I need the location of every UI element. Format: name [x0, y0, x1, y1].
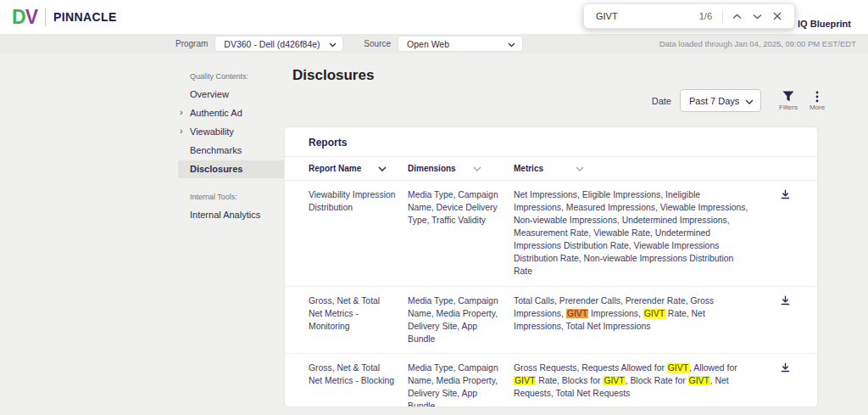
source-label: Source [364, 39, 391, 48]
page-body: Quality Contents: Overview›Authentic Ad›… [0, 53, 868, 415]
brand-name: PINNACLE [53, 10, 117, 24]
data-loaded-status: Data loaded through Jan 04, 2025, 09:00 … [659, 39, 856, 48]
chevron-down-icon [753, 14, 762, 20]
source-select[interactable]: Open Web [398, 36, 523, 52]
source-value: Open Web [407, 39, 449, 49]
chevron-right-icon[interactable]: › [180, 126, 183, 137]
chevron-right-icon[interactable]: › [180, 107, 183, 118]
find-match: GIVT [667, 363, 689, 373]
find-match: GIVT [603, 376, 625, 385]
sidebar-internal-list: Internal Analytics [178, 206, 288, 224]
sidebar-item-label: Internal Analytics [190, 210, 260, 220]
sidebar-item-label: Benchmarks [190, 145, 242, 155]
table-row[interactable]: Gross, Net & Total Net Metrics - Monitor… [285, 287, 817, 354]
find-query-input[interactable]: GIVT [596, 11, 699, 21]
column-header-dimensions[interactable]: Dimensions [408, 164, 514, 173]
nav-item-iq-blueprint[interactable]: IQ Blueprint [798, 19, 851, 29]
download-report-button[interactable] [773, 294, 797, 307]
program-label: Program [175, 39, 208, 48]
sidebar-item-label: Viewability [190, 126, 234, 137]
find-divider [722, 9, 723, 23]
metrics-cell: Total Calls, Prerender Calls, Prerender … [514, 294, 773, 333]
sidebar-item-viewability[interactable]: ›Viewability [178, 123, 288, 141]
sort-chevron-icon [576, 166, 584, 171]
program-select[interactable]: DV360 - Dell (d426f84e) [214, 36, 343, 52]
find-previous-button[interactable] [726, 6, 747, 26]
report-name-cell: Gross, Net & Total Net Metrics - Monitor… [309, 294, 408, 333]
reports-table-body: Viewability Impression Distribution Medi… [285, 181, 817, 407]
date-label: Date [652, 96, 671, 106]
column-header-report-name[interactable]: Report Name [309, 164, 408, 173]
find-match: GIVT [643, 309, 665, 318]
logo-divider [45, 8, 46, 26]
sidebar-item-disclosures[interactable]: Disclosures [178, 160, 288, 178]
sidebar-section-quality-contents: Quality Contents: [178, 67, 288, 86]
sort-chevron-icon [473, 166, 481, 171]
sidebar-section-internal-tools: Internal Tools: [178, 188, 288, 206]
more-button[interactable]: More [805, 90, 829, 111]
dimensions-cell: Media Type, Campaign Name, Media Propert… [408, 294, 514, 345]
dimensions-cell: Media Type, Campaign Name, Media Propert… [408, 362, 514, 407]
chevron-down-icon [329, 39, 337, 49]
find-close-button[interactable] [767, 6, 787, 26]
reports-card: Reports Report Name Dimensions Metrics V… [284, 126, 818, 407]
find-in-page-bar[interactable]: GIVT 1/6 [583, 3, 795, 29]
download-icon [780, 296, 791, 309]
dimensions-cell: Media Type, Campaign Name, Device Delive… [408, 188, 514, 227]
filter-funnel-icon [782, 90, 794, 103]
filters-button[interactable]: Filters [776, 90, 800, 111]
chevron-down-icon [745, 96, 754, 106]
program-value: DV360 - Dell (d426f84e) [224, 39, 320, 49]
sidebar-item-label: Overview [190, 89, 229, 99]
dv-logo-mark: DV [12, 6, 37, 29]
sidebar-item-overview[interactable]: Overview [178, 86, 288, 104]
close-icon [773, 12, 782, 20]
report-name-cell: Viewability Impression Distribution [309, 188, 408, 214]
download-report-button[interactable] [773, 188, 797, 201]
metrics-cell: Net Impressions, Eligible Impressions, I… [514, 188, 773, 278]
sidebar-quality-list: Overview›Authentic Ad›ViewabilityBenchma… [178, 86, 288, 178]
report-controls: Date Past 7 Days Filters More [652, 89, 829, 112]
reports-card-title: Reports [285, 127, 817, 157]
table-row[interactable]: Viewability Impression Distribution Medi… [285, 181, 817, 287]
more-caption: More [810, 104, 825, 111]
report-name-cell: Gross, Net & Total Net Metrics - Blockin… [309, 362, 408, 387]
filters-caption: Filters [779, 104, 798, 111]
find-match: GIVT [514, 376, 536, 385]
sidebar: Quality Contents: Overview›Authentic Ad›… [178, 67, 288, 225]
sidebar-item-internal-analytics[interactable]: Internal Analytics [178, 206, 288, 224]
chevron-up-icon [732, 14, 742, 20]
sidebar-item-authentic-ad[interactable]: ›Authentic Ad [178, 104, 288, 122]
sort-chevron-icon [378, 166, 387, 171]
sidebar-item-label: Disclosures [190, 164, 242, 174]
find-match-current: GIVT [566, 309, 588, 318]
column-header-metrics[interactable]: Metrics [514, 164, 773, 173]
page-title: Disclosures [292, 67, 374, 84]
download-icon [780, 363, 791, 376]
reports-table-header: Report Name Dimensions Metrics [285, 157, 817, 181]
download-icon [780, 190, 791, 203]
find-match-count: 1/6 [699, 11, 712, 21]
date-range-value: Past 7 Days [689, 96, 739, 106]
dv-pinnacle-logo[interactable]: DV PINNACLE [12, 6, 117, 29]
more-vertical-dots-icon [815, 90, 819, 103]
sidebar-item-benchmarks[interactable]: Benchmarks [178, 142, 288, 160]
find-next-button[interactable] [747, 6, 767, 26]
find-match: GIVT [688, 376, 710, 385]
sidebar-item-label: Authentic Ad [190, 108, 242, 118]
context-toolbar: Program DV360 - Dell (d426f84e) Source O… [0, 34, 868, 53]
download-report-button[interactable] [773, 362, 797, 374]
date-range-select[interactable]: Past 7 Days [680, 89, 761, 112]
pinnacle-app: DV PINNACLE Home IQ Blueprint GIVT 1/6 P… [0, 0, 868, 415]
metrics-cell: Gross Requests, Requests Allowed for GIV… [514, 362, 773, 400]
table-row[interactable]: Gross, Net & Total Net Metrics - Blockin… [285, 354, 817, 407]
chevron-down-icon [508, 39, 515, 49]
